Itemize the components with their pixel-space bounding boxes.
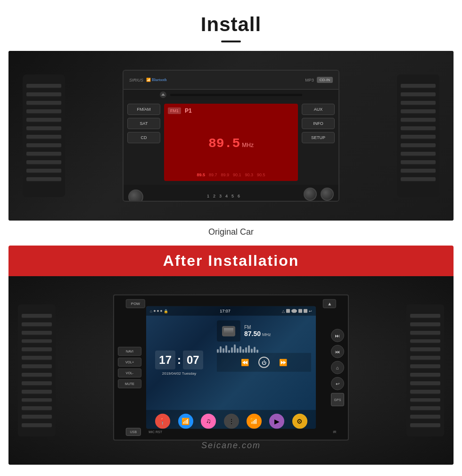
mute-button-after[interactable]: MUTE	[118, 379, 141, 388]
eq-bar-13	[251, 349, 253, 353]
after-installation-header: After Installation	[8, 246, 454, 276]
audio-knob[interactable]	[321, 188, 334, 201]
frequency-list: 89.5 89.7 89.9 90.1 90.3 90.5	[168, 172, 294, 177]
music-icon: ♫	[201, 414, 216, 429]
cd-slot	[170, 94, 302, 96]
radio-widget: FM 87.50 MHz	[212, 316, 316, 410]
num-4[interactable]: 4	[225, 194, 228, 198]
radio-fm-mode: FM	[244, 325, 271, 330]
eq-bar-12	[248, 345, 250, 353]
bluetooth-logo: 📶 Bluetooth	[146, 78, 167, 82]
num-2[interactable]: 2	[213, 194, 215, 198]
original-car-section: SIRIUS 📶 Bluetooth MP3 CD-IN	[8, 51, 454, 246]
skip-back-button[interactable]: ⏮	[331, 345, 344, 358]
info-button[interactable]: INFO	[302, 118, 335, 129]
eq-bar-10	[242, 349, 244, 353]
after-installation-section: After Installation	[8, 246, 454, 465]
right-vent	[397, 74, 439, 197]
sat-button[interactable]: SAT	[127, 118, 160, 129]
clock-colon: :	[177, 353, 181, 366]
radio-mhz: MHz	[262, 332, 271, 337]
android-statusbar: ⌂ 🔒 17:07 △ ↩	[146, 306, 316, 316]
eq-bar-4	[225, 345, 227, 353]
mute-button[interactable]: MUTE	[225, 200, 236, 202]
clock-display: 17 : 07	[155, 350, 203, 369]
notification-icon: △	[282, 309, 285, 313]
eq-bar-9	[239, 346, 241, 353]
equalizer	[217, 344, 311, 353]
settings-icon: ⚙	[292, 414, 307, 429]
eq-bar-11	[245, 347, 247, 353]
rewind-button[interactable]: ⏪	[241, 358, 249, 366]
num-3[interactable]: 3	[219, 194, 222, 198]
radio-frequency: 87.50	[244, 330, 261, 337]
mhz-unit: MHz	[242, 142, 254, 148]
eq-bar-15	[256, 350, 258, 353]
fast-forward-button[interactable]: ⏩	[279, 358, 287, 366]
back-status-icon: ↩	[309, 309, 312, 313]
skip-forward-button[interactable]: ⏭	[331, 329, 344, 342]
android-screen[interactable]: ⌂ 🔒 17:07 △ ↩	[146, 306, 316, 429]
freq-item-1: 89.5	[197, 172, 205, 177]
original-car-photo: SIRIUS 📶 Bluetooth MP3 CD-IN	[8, 51, 454, 221]
freq-item-5: 90.3	[245, 172, 254, 177]
pow-button[interactable]: POW	[126, 299, 145, 308]
num-1[interactable]: 1	[207, 194, 209, 198]
navi-button[interactable]: NAVI	[118, 347, 141, 356]
radio-info: FM 87.50 MHz	[244, 325, 271, 337]
back-button[interactable]: ↩	[331, 377, 344, 390]
fm-am-button[interactable]: FM/AM	[127, 104, 160, 115]
preset-label: P1	[185, 107, 192, 114]
radio-app[interactable]: 📶 Radio	[247, 414, 262, 429]
setup-button[interactable]: SETUP	[302, 132, 335, 143]
radio-widget-top: FM 87.50 MHz	[217, 320, 311, 342]
after-left-buttons: NAVI VOL+ VOL- MUTE	[118, 347, 141, 388]
freq-item-6: 90.5	[257, 172, 265, 177]
apps-grid[interactable]: ⋮ Apps	[224, 414, 239, 429]
android-time-status: 17:07	[220, 309, 231, 313]
enter-knob[interactable]	[304, 188, 317, 201]
music-app[interactable]: ♫ Music	[201, 414, 216, 429]
after-installation-title: After Installation	[8, 252, 454, 270]
wifi-icon	[291, 309, 297, 313]
signal-icon	[286, 309, 290, 313]
seicane-watermark: Seicane.com	[201, 441, 261, 451]
eject-button-after[interactable]: ▲	[323, 299, 336, 308]
vol-down-button[interactable]: VOL-	[118, 369, 141, 378]
page-container: Install	[0, 0, 462, 465]
header-divider	[221, 41, 241, 42]
cd-button[interactable]: CD	[127, 132, 160, 143]
head-unit-bottom: VOLUME 1 2 3 4 5 6	[124, 185, 338, 202]
power-button[interactable]: ⏻	[258, 357, 270, 368]
settings-app[interactable]: ⚙ Settings	[292, 414, 307, 429]
freq-item-2: 89.7	[209, 172, 217, 177]
bluetooth-app[interactable]: 📶 Bluetooth	[178, 414, 193, 429]
after-right-vent	[406, 304, 444, 436]
cd-in-button[interactable]: CD-IN	[317, 77, 333, 83]
num-5[interactable]: 5	[231, 194, 234, 198]
lock-icon: 🔒	[164, 309, 168, 313]
fm-mode-label: FM1	[168, 107, 181, 114]
status-dot-1	[154, 310, 156, 312]
scan-button[interactable]: SCAN	[212, 200, 222, 202]
video-app[interactable]: ▶ Video	[269, 414, 284, 429]
android-main-content: 17 : 07 2019/04/02 Tuesday	[146, 316, 316, 410]
num-6[interactable]: 6	[238, 194, 240, 198]
sirius-logo: SIRIUS	[129, 78, 143, 82]
home-button[interactable]: ⌂	[331, 361, 344, 374]
volume-knob[interactable]	[128, 189, 143, 202]
app-icon-status	[304, 309, 307, 313]
navigation-icon: 📍	[155, 414, 170, 429]
aux-button[interactable]: AUX	[302, 104, 335, 115]
vol-up-button[interactable]: VOL+	[118, 358, 141, 367]
eject-button[interactable]	[160, 91, 166, 98]
app-icons-row: 📍 Navigation 📶 Bluetooth ♫ Music ⋮	[146, 410, 316, 429]
after-left-vent	[18, 304, 56, 436]
head-unit-top-bar: SIRIUS 📶 Bluetooth MP3 CD-IN	[124, 71, 338, 90]
seek-track-button[interactable]: ∨ SEEK TRACK ∧	[177, 200, 209, 202]
cat-folder-button[interactable]: ∨ CAT FOLDER ∧	[239, 200, 270, 202]
clock-hours: 17	[155, 350, 175, 369]
mic-rst-label: MIC RST	[148, 430, 162, 434]
navigation-app[interactable]: 📍 Navigation	[155, 414, 170, 429]
original-car-image: SIRIUS 📶 Bluetooth MP3 CD-IN	[8, 51, 454, 221]
